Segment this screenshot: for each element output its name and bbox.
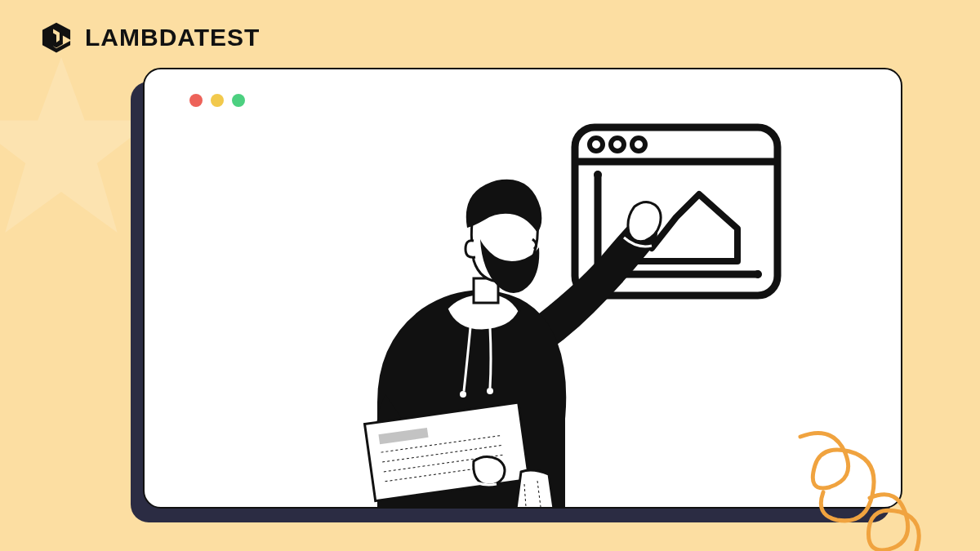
svg-point-9: [487, 388, 493, 394]
person-holding-folder-icon: [271, 149, 688, 509]
svg-point-14: [496, 223, 498, 225]
svg-point-8: [460, 391, 466, 398]
maximize-icon: [232, 94, 245, 107]
minimize-icon: [211, 94, 224, 107]
svg-point-15: [501, 222, 504, 224]
lambdatest-logo-icon: [39, 20, 74, 55]
svg-point-13: [491, 224, 493, 227]
brand-name: LAMBDATEST: [85, 24, 260, 51]
close-icon: [189, 94, 203, 107]
window-controls: [189, 94, 245, 107]
svg-point-12: [486, 227, 488, 229]
svg-point-7: [754, 270, 762, 278]
squiggle-decoration-icon: [784, 420, 935, 551]
brand-logo: LAMBDATEST: [39, 20, 260, 55]
svg-point-11: [481, 230, 483, 233]
